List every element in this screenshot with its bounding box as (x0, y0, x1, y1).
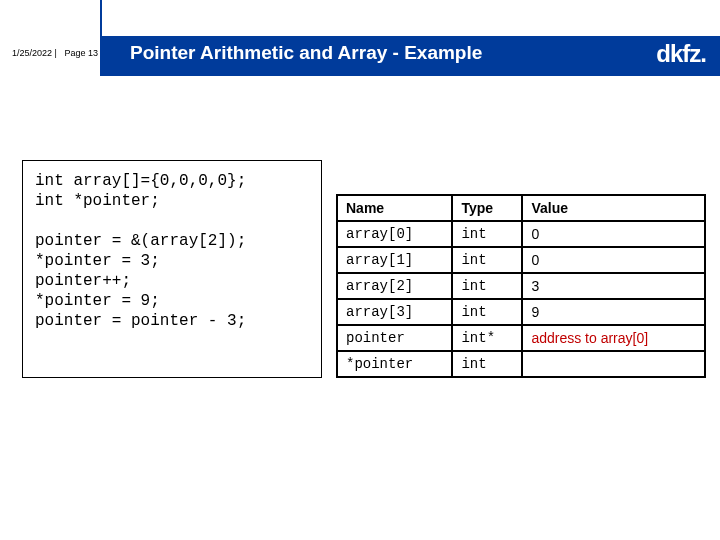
table-row: array[0] int 0 (337, 221, 705, 247)
table-row: array[3] int 9 (337, 299, 705, 325)
cell-type: int* (452, 325, 522, 351)
cell-type: int (452, 273, 522, 299)
table-row: *pointer int (337, 351, 705, 377)
code-line: pointer++; (35, 272, 131, 290)
cell-value: 3 (522, 273, 705, 299)
cell-name: *pointer (337, 351, 452, 377)
col-type: Type (452, 195, 522, 221)
header-divider (100, 0, 102, 76)
cell-name: array[1] (337, 247, 452, 273)
cell-type: int (452, 221, 522, 247)
slide-title: Pointer Arithmetic and Array - Example (130, 42, 482, 64)
cell-type: int (452, 247, 522, 273)
cell-name: array[2] (337, 273, 452, 299)
code-line: int array[]={0,0,0,0}; (35, 172, 246, 190)
table-body: array[0] int 0 array[1] int 0 array[2] i… (337, 221, 705, 377)
col-name: Name (337, 195, 452, 221)
date-page: 1/25/2022 | Page 13 (12, 48, 98, 58)
cell-value (522, 351, 705, 377)
header-left-bg (0, 0, 100, 76)
cell-type: int (452, 299, 522, 325)
cell-name: array[0] (337, 221, 452, 247)
code-line: pointer = &(array[2]); (35, 232, 246, 250)
slide-date: 1/25/2022 | (12, 48, 57, 58)
memory-table: Name Type Value array[0] int 0 array[1] … (336, 194, 706, 378)
cell-value: 0 (522, 247, 705, 273)
cell-value: 9 (522, 299, 705, 325)
table-row: array[2] int 3 (337, 273, 705, 299)
code-line: pointer = pointer - 3; (35, 312, 246, 330)
code-line: int *pointer; (35, 192, 160, 210)
cell-type: int (452, 351, 522, 377)
code-line: *pointer = 3; (35, 252, 160, 270)
cell-value: 0 (522, 221, 705, 247)
slide-content: int array[]={0,0,0,0}; int *pointer; poi… (22, 160, 706, 378)
code-example: int array[]={0,0,0,0}; int *pointer; poi… (22, 160, 322, 378)
cell-name: array[3] (337, 299, 452, 325)
code-line: *pointer = 9; (35, 292, 160, 310)
slide-page: Page 13 (64, 48, 98, 58)
cell-name: pointer (337, 325, 452, 351)
table-header-row: Name Type Value (337, 195, 705, 221)
table-row: array[1] int 0 (337, 247, 705, 273)
table-row: pointer int* address to array[0] (337, 325, 705, 351)
table-wrap: Name Type Value array[0] int 0 array[1] … (336, 160, 706, 378)
col-value: Value (522, 195, 705, 221)
slide-header: Diana Wald MBI 1/25/2022 | Page 13 Point… (0, 0, 720, 76)
cell-value: address to array[0] (522, 325, 705, 351)
dkfz-logo: dkfz. (656, 40, 706, 68)
